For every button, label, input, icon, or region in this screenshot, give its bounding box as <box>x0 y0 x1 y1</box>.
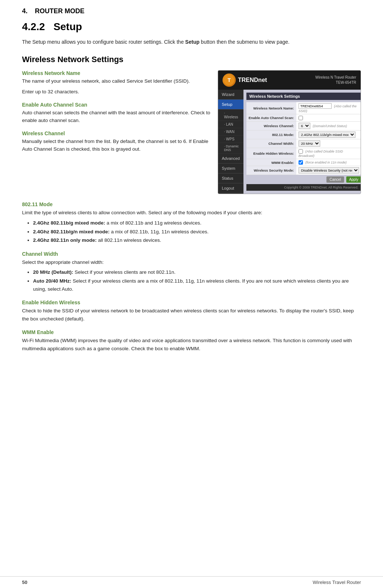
bullets-802-11-mode: 2.4Ghz 802.11b/g mixed mode: a mix of 80… <box>33 219 361 244</box>
content-title-bar: Wireless Network Settings <box>246 93 361 100</box>
bullet-n-only: 2.4Ghz 802.11n only mode: all 802.11n wi… <box>33 236 361 244</box>
label-enable-hidden-wireless: Enable Hidden Wireless: <box>246 148 296 159</box>
subsection-body-wireless-channel: Manually select the channel from the lis… <box>22 138 210 153</box>
body-channel-width: Select the appropriate channel width: <box>22 258 361 266</box>
button-row: Cancel Apply <box>246 175 361 184</box>
checkbox-wmm-enable[interactable] <box>299 160 303 165</box>
row-wireless-network-name: Wireless Network Name: (Also called the … <box>246 102 361 114</box>
subtitle-wmm-enable: WMM Enable <box>22 329 361 335</box>
bullet-bgn-mixed: 2.4Ghz 802.11b/g/n mixed mode: a mix of … <box>33 228 361 236</box>
nav-item-advanced[interactable]: Advanced <box>218 154 243 164</box>
label-wireless-channel: Wireless Channel: <box>246 121 296 130</box>
wireless-settings-heading: Wireless Network Settings <box>22 55 361 64</box>
logo-text: TRENDnet <box>238 77 267 83</box>
bullet-auto-2040: Auto 20/40 MHz: Select if your wireless … <box>33 277 361 293</box>
svg-text:T: T <box>228 77 231 83</box>
label-wireless-network-name: Wireless Network Name: <box>246 102 296 114</box>
desc-20mhz: Select if your wireless clients are not … <box>75 269 176 275</box>
desc-auto-2040: Select if your wireless clients are a mi… <box>33 278 349 292</box>
row-wmm-enable: WMM Enable: (force enabled in 11n mode) <box>246 159 361 166</box>
term-20mhz: 20 MHz (Default): <box>33 269 73 275</box>
note-hidden-wireless: (Also called Disable SSID Broadcast) <box>299 150 343 158</box>
section-title: 4.2.2 Setup <box>22 21 361 33</box>
subsection-title-auto-channel-scan: Enable Auto Channel Scan <box>22 102 210 108</box>
bullets-channel-width: 20 MHz (Default): Select if your wireles… <box>33 268 361 293</box>
model-line1: Wireless N Travel Router <box>315 75 356 80</box>
desc-bgn-mixed: a mix of 802.11b, 11g, 11n wireless devi… <box>111 229 209 234</box>
label-802-11-mode: 802.11 Mode: <box>246 130 296 139</box>
nav-sub-ddns[interactable]: · Dynamic DNS <box>218 143 243 154</box>
settings-table: Wireless Network Name: (Also called the … <box>246 102 361 175</box>
value-wireless-channel: 6 (Domain/United Status) <box>296 121 361 130</box>
router-footer-text: Copyright © 2009 TRENDnet. All Rights Re… <box>246 184 361 191</box>
section-number: 4.2.2 <box>22 21 45 32</box>
subsection-body-wireless-network-name-1: The name of your wireless network, also … <box>22 78 210 85</box>
value-wireless-security-mode: Disable Wireless Security (not recommend… <box>296 166 361 175</box>
select-wireless-channel[interactable]: 6 <box>299 123 310 129</box>
term-bg-mixed: 2.4Ghz 802.11b/g mixed mode: <box>33 220 105 226</box>
router-model-info: Wireless N Travel Router TEW-654TR <box>315 75 356 85</box>
value-wireless-network-name: (Also called the SSID) <box>296 102 361 114</box>
cancel-button[interactable]: Cancel <box>326 176 344 183</box>
footer-page-number: 50 <box>22 580 27 585</box>
input-wireless-network-name[interactable] <box>299 103 332 109</box>
chapter-heading: 4. ROUTER MODE <box>22 7 361 15</box>
router-nav: Wizard Setup · Wireless · LAN · WAN · WP… <box>218 90 243 194</box>
subtitle-802-11-mode: 802.11 Mode <box>22 201 361 207</box>
page-footer: 50 Wireless Travel Router <box>0 576 383 588</box>
select-channel-width[interactable]: 20 MHz <box>299 140 320 147</box>
subtitle-channel-width: Channel Width <box>22 251 361 257</box>
row-enable-hidden-wireless: Enable Hidden Wireless: (Also called Dis… <box>246 148 361 159</box>
subsection-title-wireless-channel: Wireless Channel <box>22 130 210 136</box>
term-auto-2040: Auto 20/40 MHz: <box>33 278 71 284</box>
router-body: Wizard Setup · Wireless · LAN · WAN · WP… <box>218 90 361 194</box>
router-content: Wireless Network Settings Wireless Netwo… <box>243 90 361 194</box>
checkbox-auto-channel-scan[interactable] <box>299 116 303 120</box>
desc-bg-mixed: a mix of 802.11b and 11g wireless device… <box>106 220 201 226</box>
row-channel-width: Channel Width: 20 MHz <box>246 139 361 148</box>
label-auto-channel-scan: Enable Auto Channel Scan: <box>246 114 296 121</box>
body-hidden-wireless: Check to hide the SSID of your wireless … <box>22 307 361 323</box>
nav-sub-lan[interactable]: · LAN <box>218 121 243 128</box>
value-auto-channel-scan <box>296 114 361 121</box>
bullet-20mhz: 20 MHz (Default): Select if your wireles… <box>33 268 361 276</box>
term-bgn-mixed: 2.4Ghz 802.11b/g/n mixed mode: <box>33 229 110 234</box>
chapter-title: ROUTER MODE <box>35 7 84 15</box>
checkbox-enable-hidden-wireless[interactable] <box>299 149 303 154</box>
model-line2: TEW-654TR <box>315 80 356 85</box>
value-channel-width: 20 MHz <box>296 139 361 148</box>
nav-sub-wps[interactable]: · WPS <box>218 136 243 143</box>
nav-item-setup[interactable]: Setup <box>218 100 243 110</box>
nav-item-status[interactable]: Status <box>218 173 243 183</box>
nav-sub-wan[interactable]: · WAN <box>218 128 243 136</box>
nav-item-system[interactable]: System <box>218 164 243 173</box>
nav-sub-wireless[interactable]: · Wireless <box>218 110 243 121</box>
select-802-11-mode[interactable]: 2.4Ghz 802.11b/g/n mixed mode <box>299 132 355 138</box>
row-auto-channel-scan: Enable Auto Channel Scan: <box>246 114 361 121</box>
main-section-below: 802.11 Mode Limit the type of wireless c… <box>22 201 361 352</box>
value-enable-hidden-wireless: (Also called Disable SSID Broadcast) <box>296 148 361 159</box>
router-screenshot-panel: T TRENDnet Wireless N Travel Router TEW-… <box>218 70 361 194</box>
intro-paragraph: The Setup menu allows you to configure b… <box>22 38 361 46</box>
label-wireless-security-mode: Wireless Security Mode: <box>246 166 296 175</box>
section-name: Setup <box>54 21 82 32</box>
chapter-number: 4. <box>22 7 28 15</box>
row-wireless-channel: Wireless Channel: 6 (Domain/United Statu… <box>246 121 361 130</box>
footer-title: Wireless Travel Router <box>313 580 361 585</box>
subsection-body-wireless-network-name-2: Enter up to 32 characters. <box>22 88 210 96</box>
trendnet-logo: T TRENDnet <box>223 74 267 87</box>
select-wireless-security-mode[interactable]: Disable Wireless Security (not recommend… <box>299 167 359 173</box>
nav-item-logout[interactable]: Logout <box>218 183 243 193</box>
two-column-layout: Wireless Network Name The name of your w… <box>22 70 361 194</box>
router-ui-panel: T TRENDnet Wireless N Travel Router TEW-… <box>218 70 361 194</box>
apply-button[interactable]: Apply <box>346 176 361 183</box>
term-n-only: 2.4Ghz 802.11n only mode: <box>33 237 97 243</box>
bullet-bg-mixed: 2.4Ghz 802.11b/g mixed mode: a mix of 80… <box>33 219 361 227</box>
subtitle-hidden-wireless: Enable Hidden Wireless <box>22 300 361 305</box>
row-wireless-security-mode: Wireless Security Mode: Disable Wireless… <box>246 166 361 175</box>
nav-item-wizard[interactable]: Wizard <box>218 90 243 100</box>
router-header: T TRENDnet Wireless N Travel Router TEW-… <box>218 71 361 90</box>
label-channel-width: Channel Width: <box>246 139 296 148</box>
logo-icon: T <box>223 74 236 87</box>
value-wmm-enable: (force enabled in 11n mode) <box>296 159 361 166</box>
